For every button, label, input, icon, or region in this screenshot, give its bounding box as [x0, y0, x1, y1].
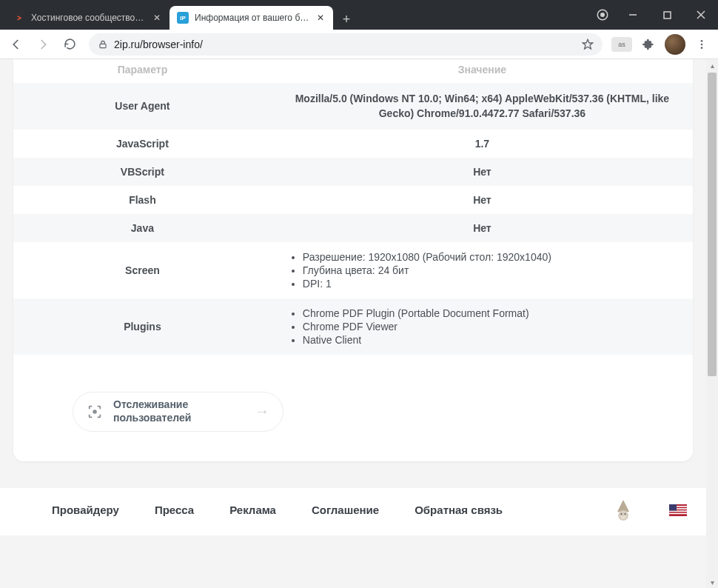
svg-marker-7	[583, 39, 592, 49]
tab-title: Информация от вашего браузе...	[195, 13, 309, 23]
scroll-up-icon[interactable]: ▴	[706, 59, 718, 71]
tab-strip: > Хостинговое сообщество «Time... ✕ IP И…	[0, 0, 589, 30]
flag-us-icon[interactable]	[669, 504, 687, 516]
param-label: Screen	[13, 242, 272, 298]
svg-rect-20	[669, 504, 677, 511]
table-row: Java Нет	[13, 214, 693, 242]
svg-point-11	[93, 410, 96, 413]
list-item: DPI: 1	[303, 277, 678, 290]
svg-rect-18	[669, 510, 687, 512]
list-item: Chrome PDF Plugin (Portable Document For…	[303, 307, 678, 320]
param-value: Нет	[272, 158, 693, 186]
lock-icon	[98, 39, 108, 50]
promo-text: Отслеживаниепользователей	[113, 398, 244, 424]
close-icon[interactable]: ✕	[315, 13, 326, 23]
forward-button[interactable]	[31, 33, 55, 56]
param-label: VBScript	[13, 158, 272, 186]
new-tab-button[interactable]: +	[336, 9, 357, 30]
svg-point-8	[701, 40, 703, 42]
param-value: Нет	[272, 214, 693, 242]
screen-list: Разрешение: 1920x1080 (Рабочий стол: 192…	[286, 250, 678, 290]
col-header-value: Значение	[272, 59, 693, 83]
footer-link-feedback[interactable]: Обратная связь	[415, 504, 503, 516]
scroll-down-icon[interactable]: ▾	[706, 576, 718, 588]
param-label: JavaScript	[13, 130, 272, 158]
svg-rect-19	[669, 512, 687, 514]
svg-point-14	[625, 513, 626, 515]
extension-lastfm-icon[interactable]: as	[610, 33, 634, 56]
param-value: Mozilla/5.0 (Windows NT 10.0; Win64; x64…	[272, 83, 693, 130]
svg-point-9	[701, 43, 703, 45]
user-tracking-button[interactable]: Отслеживаниепользователей →	[73, 392, 283, 432]
close-window-button[interactable]	[684, 0, 718, 30]
bookmark-star-icon[interactable]	[582, 39, 594, 50]
address-bar[interactable]: 2ip.ru/browser-info/	[89, 33, 603, 56]
kebab-menu-button[interactable]	[690, 33, 714, 56]
list-item: Chrome PDF Viewer	[303, 320, 678, 333]
table-row: User Agent Mozilla/5.0 (Windows NT 10.0;…	[13, 83, 693, 130]
close-icon[interactable]: ✕	[152, 13, 162, 23]
browser-toolbar: 2ip.ru/browser-info/ as	[0, 30, 718, 59]
maximize-button[interactable]	[650, 0, 684, 30]
vertical-scrollbar[interactable]: ▴ ▾	[706, 59, 718, 588]
param-value: Chrome PDF Plugin (Portable Document For…	[272, 298, 693, 355]
page-footer: Провайдеру Пресса Реклама Соглашение Обр…	[0, 488, 706, 535]
back-button[interactable]	[4, 33, 28, 56]
tab-1[interactable]: > Хостинговое сообщество «Time... ✕	[6, 6, 170, 30]
param-label: Java	[13, 214, 272, 242]
table-row: Flash Нет	[13, 186, 693, 214]
list-item: Глубина цвета: 24 бит	[303, 264, 678, 277]
table-row: VBScript Нет	[13, 158, 693, 186]
extensions-button[interactable]	[637, 33, 660, 56]
window-controls	[616, 0, 718, 30]
param-value: Нет	[272, 186, 693, 214]
content-card: Параметр Значение User Agent Mozilla/5.0…	[13, 59, 693, 461]
table-row: JavaScript 1.7	[13, 130, 693, 158]
list-item: Native Client	[303, 333, 678, 347]
param-label: Plugins	[13, 298, 272, 355]
url-text: 2ip.ru/browser-info/	[114, 39, 576, 50]
favicon-icon: IP	[177, 12, 189, 24]
scrollbar-thumb[interactable]	[708, 73, 717, 376]
window-titlebar: > Хостинговое сообщество «Time... ✕ IP И…	[0, 0, 718, 30]
col-header-param: Параметр	[13, 59, 272, 83]
scan-icon	[87, 404, 103, 420]
footer-link-press[interactable]: Пресса	[155, 504, 194, 516]
favicon-icon: >	[13, 12, 25, 24]
param-value: 1.7	[272, 130, 693, 158]
plugins-list: Chrome PDF Plugin (Portable Document For…	[286, 307, 678, 347]
page-viewport: Параметр Значение User Agent Mozilla/5.0…	[0, 59, 706, 588]
list-item: Разрешение: 1920x1080 (Рабочий стол: 192…	[303, 250, 678, 264]
param-label: Flash	[13, 186, 272, 214]
footer-link-ads[interactable]: Реклама	[229, 504, 276, 516]
tab-2-active[interactable]: IP Информация от вашего браузе... ✕	[170, 6, 333, 30]
param-label: User Agent	[13, 83, 272, 130]
wizard-mascot-icon	[613, 498, 634, 522]
reload-button[interactable]	[58, 33, 81, 56]
profile-avatar[interactable]	[663, 33, 687, 56]
incognito-indicator-icon	[589, 1, 616, 28]
table-row: Plugins Chrome PDF Plugin (Portable Docu…	[13, 298, 693, 355]
footer-link-provider[interactable]: Провайдеру	[52, 504, 119, 516]
svg-point-13	[621, 513, 623, 515]
svg-rect-3	[664, 12, 671, 19]
param-value: Разрешение: 1920x1080 (Рабочий стол: 192…	[272, 242, 693, 298]
svg-point-10	[701, 47, 703, 49]
minimize-button[interactable]	[616, 0, 650, 30]
svg-rect-6	[100, 44, 106, 47]
browser-info-table: Параметр Значение User Agent Mozilla/5.0…	[13, 59, 693, 355]
table-row: Screen Разрешение: 1920x1080 (Рабочий ст…	[13, 242, 693, 298]
tab-title: Хостинговое сообщество «Time...	[31, 13, 146, 23]
arrow-right-icon: →	[255, 402, 269, 421]
footer-link-agreement[interactable]: Соглашение	[312, 504, 379, 516]
svg-point-1	[601, 13, 605, 17]
